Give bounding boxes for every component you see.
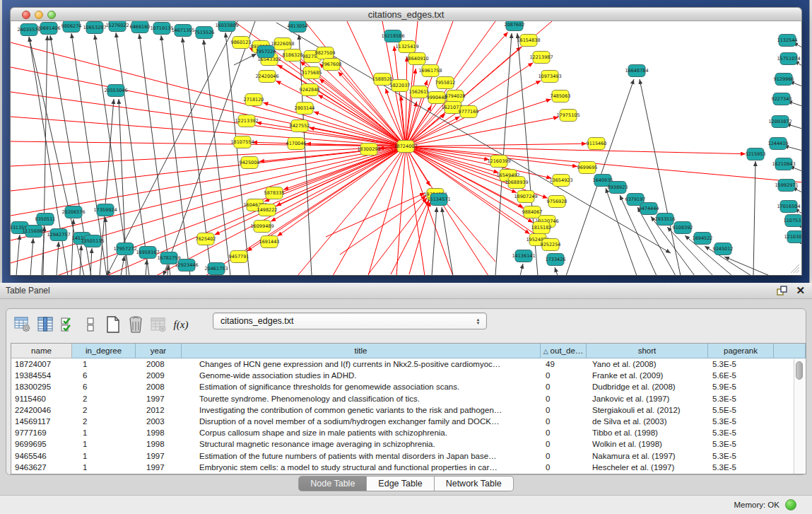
graph-edge [640, 79, 681, 276]
select-column-icon[interactable] [36, 315, 54, 334]
graph-node-label: 11156869 [22, 228, 45, 234]
graph-edge [432, 207, 437, 276]
graph-node-label: 9252254 [541, 242, 561, 247]
table-row[interactable]: 946362711997Embryonic stem cells: a mode… [11, 462, 806, 473]
graph-edge [11, 146, 406, 263]
citation-network-graph[interactable]: 1830029598601238912954182260581654330281… [11, 21, 802, 276]
graph-edge [394, 46, 406, 146]
column-header-pagerank[interactable]: pagerank [708, 344, 774, 358]
graph-node-label: 10973493 [538, 74, 561, 79]
table-cell: 9465546 [11, 450, 72, 462]
window-title: citations_edges.txt [11, 9, 801, 20]
graph-node-label: 12093872 [768, 119, 792, 124]
graph-edge [520, 264, 523, 276]
graph-edge [11, 146, 406, 240]
table-cell: Wolkin et al. (1998) [587, 438, 708, 450]
row-options-icon[interactable] [81, 315, 100, 334]
graph-node-label: 17016504 [777, 204, 800, 209]
network-table-select[interactable]: citations_edges.txt ▲▼ [213, 313, 487, 329]
network-canvas[interactable]: 1830029598601238912954182260581654330281… [10, 21, 802, 276]
graph-node-label: 1588520 [372, 76, 393, 82]
graph-node-label: 7955812 [435, 80, 456, 86]
graph-edge [406, 146, 551, 178]
graph-node-label: 9777169 [459, 109, 479, 115]
new-table-icon[interactable] [104, 315, 122, 334]
table-row[interactable]: 911546021997Tourette syndrome. Phenomeno… [11, 393, 806, 404]
table-cell: Estimation of significance thresholds fo… [182, 381, 541, 392]
graph-node-label: 1498222 [257, 207, 278, 213]
column-header-outde[interactable]: △out_de… [541, 344, 587, 358]
graph-node-label: 6379197 [625, 197, 646, 202]
network-window: citations_edges.txt 18300295986012389129… [10, 7, 802, 276]
graph-node-label: 2087682 [505, 22, 525, 28]
scrollbar-thumb[interactable] [796, 361, 803, 380]
network-window-titlebar[interactable]: citations_edges.txt [10, 7, 802, 21]
float-window-icon[interactable] [777, 286, 788, 297]
tab-network-table[interactable]: Network Table [435, 476, 514, 491]
table-cell: 0 [541, 462, 587, 473]
table-row[interactable]: 946554611997Estimation of the future num… [11, 450, 806, 462]
close-icon[interactable]: ✕ [796, 284, 805, 297]
table-row[interactable]: 1872400712008Changes of HCN gene express… [11, 358, 806, 370]
table-cell: 0 [541, 416, 587, 427]
table-vertical-scrollbar[interactable] [794, 359, 804, 474]
graph-node-label: 2718120 [244, 97, 264, 103]
graph-node-label: 22420046 [255, 74, 278, 79]
graph-edge [90, 248, 92, 276]
function-builder-icon[interactable]: f(x) [172, 315, 190, 334]
table-cell: Tibbo et al. (1998) [587, 427, 708, 438]
graph-edge [107, 21, 237, 276]
graph-node-label: 6466160 [130, 24, 151, 30]
tab-node-table[interactable]: Node Table [298, 476, 367, 491]
column-header-indegree[interactable]: in_degree [72, 344, 136, 358]
graph-node-label: 16210643 [772, 161, 795, 167]
table-cell: 5.9E-5 [708, 381, 774, 392]
graph-node-label: 16958167 [136, 250, 159, 255]
table-cell: 1 [72, 358, 136, 370]
memory-status-indicator[interactable] [785, 499, 796, 510]
table-row[interactable]: 1456911722003Disruption of a novel membe… [11, 416, 806, 427]
graph-node-label: 15134571 [427, 197, 450, 202]
table-header-row[interactable]: namein_degreeyeartitle△out_de…shortpager… [11, 344, 806, 358]
graph-edge [555, 267, 558, 276]
table-cell: 5.3E-5 [708, 438, 774, 450]
graph-node-label: 1733426 [546, 257, 566, 262]
graph-edge [406, 146, 746, 154]
graph-node-label: 12213987 [529, 54, 553, 60]
table-row[interactable]: 977716911998Corpus callosum shape and si… [11, 427, 806, 438]
delete-table-icon[interactable] [126, 315, 145, 334]
table-cell: 0 [541, 393, 587, 404]
graph-node-label: 5878335 [264, 190, 285, 196]
table-settings-icon[interactable] [13, 315, 32, 334]
graph-node-label: 16099489 [250, 223, 273, 229]
table-cell: 1998 [136, 438, 182, 450]
table-cell: Franke et al. (2009) [587, 370, 708, 381]
table-row[interactable]: 2242004622012Investigating the contribut… [11, 404, 806, 416]
graph-node-label: 1562615 [409, 89, 430, 95]
tab-edge-table[interactable]: Edge Table [367, 476, 434, 491]
graph-edge [11, 42, 406, 146]
graph-node-label: 8350511 [35, 216, 56, 222]
window-resize-grip[interactable] [789, 262, 800, 274]
show-hide-columns-icon[interactable] [59, 315, 77, 334]
table-cell: 2009 [136, 370, 182, 381]
column-header-short[interactable]: short [587, 344, 708, 358]
graph-node-label: 9756928 [547, 199, 567, 204]
table-cell: Tourette syndrome. Phenomenology and cla… [182, 393, 541, 404]
graph-node-label: 20553046 [104, 88, 127, 93]
table-cell: Stergiakouli et al. (2012) [587, 404, 708, 416]
column-header-name[interactable]: name [11, 344, 72, 358]
column-header-title[interactable]: title [182, 344, 541, 358]
column-header-year[interactable]: year [136, 344, 182, 358]
table-cell: Embryonic stem cells: a model to study s… [182, 462, 541, 473]
table-row[interactable]: 1830029562008Estimation of significance … [11, 381, 806, 392]
graph-node-label: 8186328 [283, 52, 303, 58]
graph-node-label: 1132544 [777, 37, 798, 43]
table-cell: 5.3E-5 [708, 358, 774, 370]
cytoscape-application: citations_edges.txt 18300295986012389129… [0, 0, 812, 514]
table-row[interactable]: 969969511998Structural magnetic resonanc… [11, 438, 806, 450]
graph-node-label: 1694522 [693, 235, 713, 241]
graph-node-label: 5822037 [390, 83, 411, 88]
table-panel-header: Table Panel ✕ [0, 283, 812, 299]
table-row[interactable]: 1938455462009Genome-wide association stu… [11, 370, 806, 381]
